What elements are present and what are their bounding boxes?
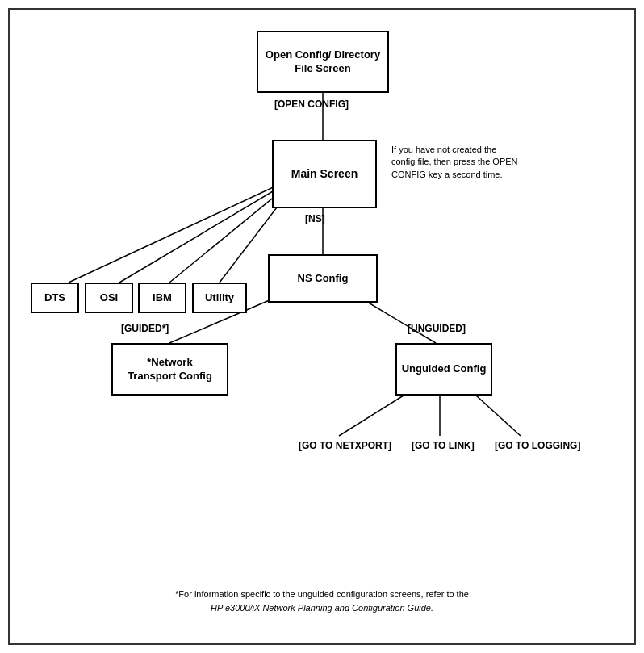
label-go-to-logging: [GO TO LOGGING] xyxy=(495,440,580,451)
box-unguided-config: Unguided Config xyxy=(395,343,492,396)
box-ibm: IBM xyxy=(138,283,186,313)
label-go-to-netxport: [GO TO NETXPORT] xyxy=(299,440,391,451)
label-open-config-key: [OPEN CONFIG] xyxy=(274,98,349,110)
box-network-transport: *NetworkTransport Config xyxy=(111,343,228,396)
svg-line-10 xyxy=(476,396,521,436)
box-open-config: Open Config/ Directory File Screen xyxy=(257,31,389,93)
box-ns-config: NS Config xyxy=(268,254,378,303)
config-note: If you have not created the config file,… xyxy=(391,144,521,181)
diagram-area: Open Config/ Directory File Screen [OPEN… xyxy=(8,8,636,645)
label-ns-key: [NS] xyxy=(305,213,325,224)
svg-line-8 xyxy=(339,396,404,436)
label-guided-key: [GUIDED*] xyxy=(121,323,169,334)
box-main-screen: Main Screen xyxy=(272,140,377,208)
label-unguided-key: [UNGUIDED] xyxy=(408,323,466,334)
footnote: *For information specific to the unguide… xyxy=(48,588,596,614)
box-utility: Utility xyxy=(192,283,247,313)
box-dts: DTS xyxy=(31,283,79,313)
box-osi: OSI xyxy=(85,283,133,313)
label-go-to-link: [GO TO LINK] xyxy=(412,440,475,451)
